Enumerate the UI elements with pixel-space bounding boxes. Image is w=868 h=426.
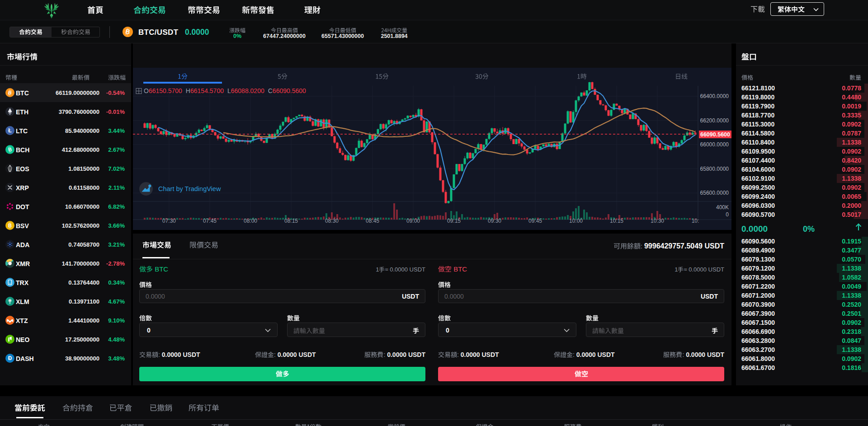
svg-text:66400.0000: 66400.0000 [700, 93, 729, 99]
svg-text:10:00: 10:00 [569, 218, 583, 224]
svg-text:08:15: 08:15 [284, 218, 298, 224]
svg-text:65800.0000: 65800.0000 [700, 166, 729, 172]
svg-text:09:15: 09:15 [447, 218, 461, 224]
svg-text:08:30: 08:30 [325, 218, 339, 224]
svg-text:10:30: 10:30 [651, 218, 664, 224]
svg-text:66090.5600: 66090.5600 [700, 131, 730, 138]
svg-text:400K: 400K [716, 204, 729, 211]
svg-text:0: 0 [726, 211, 729, 218]
svg-text:09:45: 09:45 [528, 218, 542, 224]
svg-text:10:: 10: [692, 218, 699, 224]
svg-text:10:15: 10:15 [610, 218, 623, 224]
svg-text:09:30: 09:30 [488, 218, 501, 224]
svg-text:Ł: Ł [8, 127, 11, 134]
svg-text:08:00: 08:00 [244, 218, 257, 224]
svg-text:O66150.5700H66154.5700L66088.0: O66150.5700H66154.5700L66088.0200C66090.… [144, 87, 306, 94]
svg-text:B: B [8, 223, 12, 228]
svg-text:66000.0000: 66000.0000 [700, 141, 729, 148]
svg-text:Ð: Ð [8, 355, 12, 361]
svg-text:Chart by TradingView: Chart by TradingView [158, 185, 221, 192]
svg-text:09:00: 09:00 [406, 218, 420, 224]
svg-text:65600.0000: 65600.0000 [700, 190, 729, 196]
svg-text:66200.0000: 66200.0000 [700, 117, 729, 124]
svg-text:08:45: 08:45 [366, 218, 379, 224]
svg-text:07:30: 07:30 [162, 218, 176, 224]
svg-text:07:45: 07:45 [203, 218, 217, 224]
